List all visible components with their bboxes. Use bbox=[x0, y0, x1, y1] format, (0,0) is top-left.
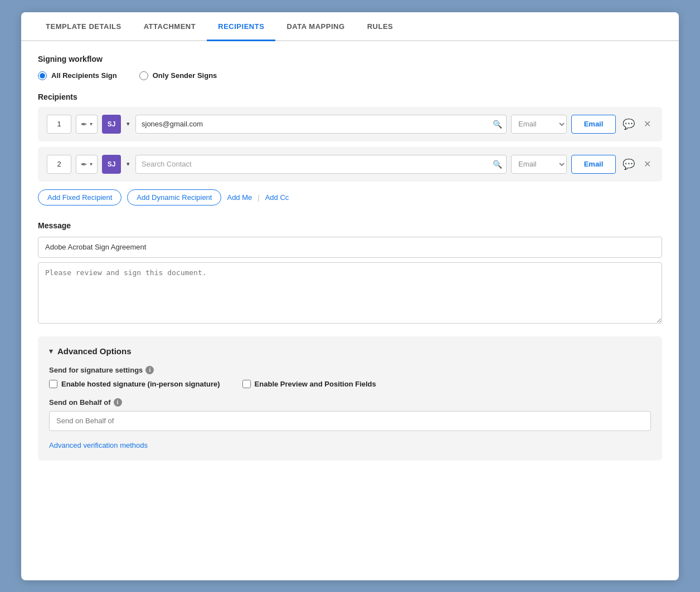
radio-only-sender-input[interactable] bbox=[139, 71, 148, 80]
advanced-options-header[interactable]: ▾ Advanced Options bbox=[49, 346, 651, 356]
recipient-row-1: 1 ✒ ▾ SJ ▾ 🔍 Email Email 💬 ✕ bbox=[38, 107, 662, 141]
send-signature-settings-label: Send for signature settings i bbox=[49, 366, 651, 374]
radio-only-sender[interactable]: Only Sender Signs bbox=[139, 71, 217, 80]
avatar-btn-1[interactable]: SJ bbox=[102, 115, 121, 134]
email-btn-2[interactable]: Email bbox=[571, 155, 616, 174]
tab-rules[interactable]: RULES bbox=[356, 12, 405, 41]
avatar-btn-2[interactable]: SJ bbox=[102, 155, 121, 174]
search-contact-input[interactable] bbox=[135, 155, 507, 174]
avatar-dropdown-1[interactable]: ▾ bbox=[125, 120, 131, 128]
type-select-1[interactable]: Email bbox=[511, 115, 567, 134]
close-btn-2[interactable]: ✕ bbox=[641, 159, 653, 169]
chevron-down-icon: ▾ bbox=[49, 347, 53, 355]
radio-all-recipients-input[interactable] bbox=[38, 71, 47, 80]
checkbox-row: Enable hosted signature (in-person signa… bbox=[49, 380, 651, 388]
sign-type-btn-1[interactable]: ✒ ▾ bbox=[76, 115, 98, 134]
close-btn-1[interactable]: ✕ bbox=[641, 119, 653, 129]
checkbox-hosted-sig[interactable]: Enable hosted signature (in-person signa… bbox=[49, 380, 220, 388]
avatar-dropdown-2[interactable]: ▾ bbox=[125, 160, 131, 168]
comment-btn-2[interactable]: 💬 bbox=[620, 158, 637, 170]
chevron-icon-1: ▾ bbox=[90, 121, 93, 127]
email-btn-1[interactable]: Email bbox=[571, 115, 616, 134]
email-input-1[interactable] bbox=[135, 115, 507, 134]
advanced-options-title: Advanced Options bbox=[57, 346, 132, 356]
page-body: Signing workflow All Recipients Sign Onl… bbox=[21, 41, 679, 474]
radio-only-sender-label: Only Sender Signs bbox=[153, 71, 217, 80]
message-title: Message bbox=[38, 221, 662, 230]
checkbox-hosted-sig-input[interactable] bbox=[49, 380, 57, 388]
advanced-options-section: ▾ Advanced Options Send for signature se… bbox=[38, 336, 662, 461]
search-icon-2: 🔍 bbox=[493, 160, 502, 169]
radio-group: All Recipients Sign Only Sender Signs bbox=[38, 71, 662, 80]
search-icon-1: 🔍 bbox=[493, 120, 502, 129]
email-input-wrap-2: 🔍 bbox=[135, 155, 507, 174]
checkbox-preview-label: Enable Preview and Position Fields bbox=[255, 380, 376, 388]
tab-recipients[interactable]: RECIPIENTS bbox=[207, 12, 275, 41]
sign-type-btn-2[interactable]: ✒ ▾ bbox=[76, 155, 98, 174]
add-cc-link[interactable]: Add Cc bbox=[265, 193, 289, 202]
main-card: TEMPLATE DETAILS ATTACHMENT RECIPIENTS D… bbox=[21, 12, 679, 580]
signing-workflow-title: Signing workflow bbox=[38, 55, 662, 63]
message-subject-input[interactable] bbox=[38, 237, 662, 258]
tab-template-details[interactable]: TEMPLATE DETAILS bbox=[35, 12, 133, 41]
tab-attachment[interactable]: ATTACHMENT bbox=[133, 12, 207, 41]
pen-icon-1: ✒ bbox=[81, 120, 88, 129]
email-input-wrap-1: 🔍 bbox=[135, 115, 507, 134]
advanced-verification-link[interactable]: Advanced verification methods bbox=[49, 441, 148, 449]
recipient-num-2: 2 bbox=[47, 155, 71, 174]
checkbox-preview-input[interactable] bbox=[242, 380, 251, 388]
settings-info-icon[interactable]: i bbox=[145, 366, 154, 374]
message-body-textarea[interactable] bbox=[38, 262, 662, 324]
add-dynamic-recipient-button[interactable]: Add Dynamic Recipient bbox=[127, 189, 221, 206]
pen-icon-2: ✒ bbox=[81, 160, 88, 169]
comment-btn-1[interactable]: 💬 bbox=[620, 118, 637, 130]
checkbox-hosted-sig-label: Enable hosted signature (in-person signa… bbox=[61, 380, 220, 388]
add-recipient-row: Add Fixed Recipient Add Dynamic Recipien… bbox=[38, 189, 662, 206]
tabs-container: TEMPLATE DETAILS ATTACHMENT RECIPIENTS D… bbox=[21, 12, 679, 41]
radio-all-recipients[interactable]: All Recipients Sign bbox=[38, 71, 117, 80]
recipient-row-2: 2 ✒ ▾ SJ ▾ 🔍 Email Email 💬 ✕ bbox=[38, 147, 662, 182]
recipients-title: Recipients bbox=[38, 92, 662, 101]
behalf-of-input[interactable] bbox=[49, 411, 651, 431]
type-select-2[interactable]: Email bbox=[511, 155, 567, 174]
add-me-link[interactable]: Add Me bbox=[227, 193, 252, 202]
behalf-of-label: Send on Behalf of i bbox=[49, 398, 651, 407]
checkbox-preview[interactable]: Enable Preview and Position Fields bbox=[242, 380, 376, 388]
radio-all-recipients-label: All Recipients Sign bbox=[51, 71, 117, 80]
add-fixed-recipient-button[interactable]: Add Fixed Recipient bbox=[38, 189, 121, 206]
tab-data-mapping[interactable]: DATA MAPPING bbox=[275, 12, 356, 41]
behalf-info-icon[interactable]: i bbox=[114, 398, 122, 407]
chevron-icon-2: ▾ bbox=[90, 161, 93, 167]
pipe-separator: | bbox=[257, 193, 259, 202]
recipient-num-1: 1 bbox=[47, 115, 71, 134]
